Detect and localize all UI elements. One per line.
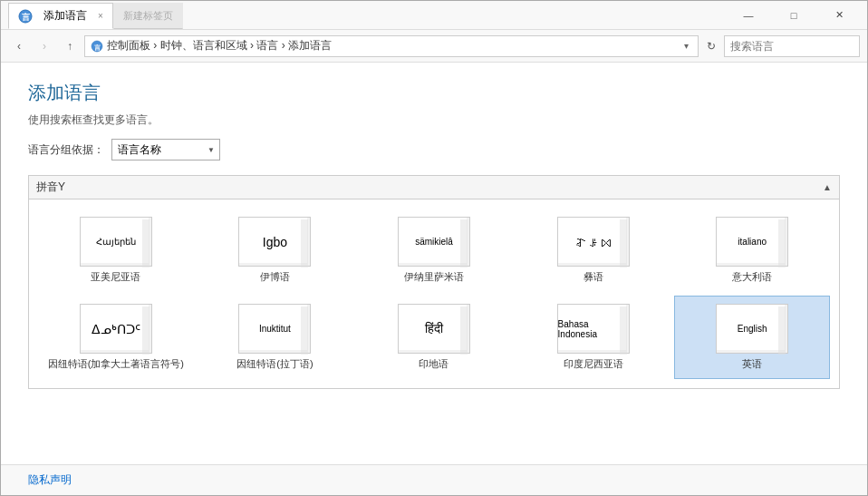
section-title: 拼音Y [36, 180, 65, 195]
language-name: 印度尼西亚语 [564, 357, 623, 371]
language-name: 伊博语 [260, 270, 290, 284]
instruction-text: 使用搜索框查找更多语言。 [28, 112, 840, 128]
language-symbol-box: italiano [716, 217, 788, 267]
tab-close-button[interactable]: × [98, 11, 103, 21]
language-item[interactable]: Հայերեն亚美尼亚语 [38, 209, 194, 292]
language-item[interactable]: ꆈꌠꉙ彝语 [516, 209, 671, 292]
section-header[interactable]: 拼音Y ▲ [29, 176, 839, 199]
close-button[interactable]: ✕ [818, 2, 860, 29]
main-window: 言 添加语言 × 新建标签页 — □ ✕ ‹ › ↑ 言 控制面板 › 时钟、语… [0, 0, 868, 496]
language-name: 伊纳里萨米语 [404, 270, 464, 284]
search-bar[interactable]: 🔍 [724, 35, 860, 57]
language-item[interactable]: Bahasa Indonesia印度尼西亚语 [516, 296, 671, 379]
forward-button[interactable]: › [34, 35, 55, 57]
search-input[interactable] [730, 40, 866, 53]
language-item[interactable]: Inuktitut因纽特语(拉丁语) [198, 296, 353, 379]
back-button[interactable]: ‹ [8, 35, 30, 57]
language-item[interactable]: English英语 [674, 296, 830, 379]
tab-label: 添加语言 [43, 8, 87, 24]
minimize-button[interactable]: — [728, 2, 769, 29]
tab-bar: 言 添加语言 × 新建标签页 [8, 1, 728, 29]
navigation-bar: ‹ › ↑ 言 控制面板 › 时钟、语言和区域 › 语言 › 添加语言 ▾ ↻ … [1, 30, 867, 63]
maximize-button[interactable]: □ [773, 2, 815, 29]
language-item[interactable]: italiano意大利语 [674, 209, 830, 292]
language-symbol-box: sämikielâ [398, 217, 470, 267]
section-collapse-icon: ▲ [823, 182, 832, 192]
address-dropdown-button[interactable]: ▾ [680, 41, 692, 51]
language-name: 彝语 [583, 270, 603, 284]
language-symbol-box: ᐃᓄᒃᑎᑐᑦ [80, 304, 152, 354]
language-name: 意大利语 [732, 270, 772, 284]
language-name: 印地语 [419, 357, 448, 371]
language-name: 亚美尼亚语 [91, 270, 140, 284]
svg-text:言: 言 [22, 12, 31, 22]
group-by-row: 语言分组依据： 语言名称 国家/地区 脚本 [28, 139, 840, 160]
language-item[interactable]: हिंदी印地语 [356, 296, 512, 379]
language-symbol-box: Bahasa Indonesia [557, 304, 630, 354]
language-item[interactable]: sämikielâ伊纳里萨米语 [356, 209, 512, 292]
group-by-select-wrapper[interactable]: 语言名称 国家/地区 脚本 [111, 139, 220, 160]
up-button[interactable]: ↑ [59, 35, 81, 57]
language-name: 英语 [742, 357, 762, 371]
inactive-tab[interactable]: 新建标签页 [113, 3, 183, 29]
group-by-select[interactable]: 语言名称 国家/地区 脚本 [111, 139, 220, 160]
refresh-button[interactable]: ↻ [702, 37, 720, 55]
address-bar[interactable]: 言 控制面板 › 时钟、语言和区域 › 语言 › 添加语言 ▾ [84, 35, 699, 57]
address-icon: 言 [91, 40, 103, 53]
group-by-label: 语言分组依据： [28, 142, 104, 158]
language-symbol-box: ꆈꌠꉙ [557, 217, 630, 267]
language-symbol-box: English [716, 304, 788, 354]
language-section: 拼音Y ▲ Հայերեն亚美尼亚语Igbo伊博语sämikielâ伊纳里萨米语… [28, 175, 840, 389]
language-symbol-box: Հայերեն [80, 217, 152, 267]
language-grid: Հայերեն亚美尼亚语Igbo伊博语sämikielâ伊纳里萨米语ꆈꌠꉙ彝语i… [29, 199, 839, 388]
language-item[interactable]: ᐃᓄᒃᑎᑐᑦ因纽特语(加拿大土著语言符号) [38, 296, 194, 379]
svg-text:言: 言 [94, 43, 101, 50]
language-name: 因纽特语(加拿大土著语言符号) [48, 357, 184, 371]
language-symbol-box: Inuktitut [238, 304, 311, 354]
language-name: 因纽特语(拉丁语) [236, 357, 313, 371]
privacy-link[interactable]: 隐私声明 [28, 473, 72, 486]
language-item[interactable]: Igbo伊博语 [198, 209, 353, 292]
active-tab[interactable]: 言 添加语言 × [8, 3, 113, 29]
window-controls: — □ ✕ [728, 2, 860, 29]
content-area: 添加语言 使用搜索框查找更多语言。 语言分组依据： 语言名称 国家/地区 脚本 … [1, 63, 867, 464]
tab-icon: 言 [18, 9, 33, 24]
language-symbol-box: Igbo [238, 217, 311, 267]
breadcrumb: 控制面板 › 时钟、语言和区域 › 语言 › 添加语言 [107, 38, 677, 53]
page-title: 添加语言 [28, 81, 840, 105]
footer: 隐私声明 [1, 464, 867, 495]
language-symbol-box: हिंदी [398, 304, 470, 354]
title-bar: 言 添加语言 × 新建标签页 — □ ✕ [1, 1, 867, 30]
